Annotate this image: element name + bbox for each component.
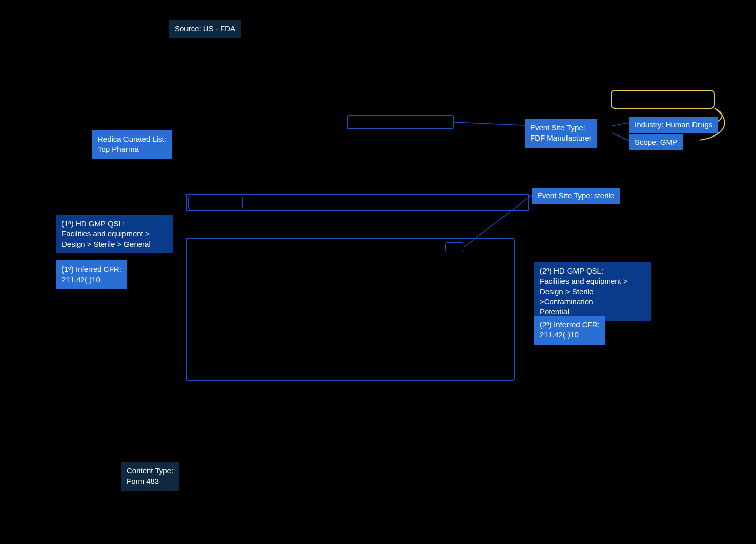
hollow-inner-left bbox=[188, 196, 243, 209]
source-tag: Source: US - FDA bbox=[169, 20, 241, 38]
cfr-secondary-label: (2º) Inferred CFR:211.42( )10 bbox=[540, 320, 600, 339]
hollow-yellow-box bbox=[611, 90, 715, 109]
industry-tag: Industry: Human Drugs bbox=[629, 117, 718, 133]
scope-tag: Scope: GMP bbox=[629, 134, 683, 150]
event-site-fdf-tag: Event Site Type:FDF Manufacturer bbox=[525, 119, 597, 148]
qsl-secondary-tag: (2º) HD GMP QSL:Facilities and equipment… bbox=[534, 262, 651, 321]
content-type-label: Content Type:Form 483 bbox=[127, 466, 173, 485]
event-site-sterile-label: Event Site Type: sterile bbox=[537, 191, 614, 200]
event-site-sterile-tag: Event Site Type: sterile bbox=[532, 188, 620, 204]
qsl-primary-tag: (1º) HD GMP QSL:Facilities and equipment… bbox=[56, 215, 173, 253]
cfr-secondary-tag: (2º) Inferred CFR:211.42( )10 bbox=[534, 316, 605, 345]
hollow-big-box bbox=[186, 238, 515, 381]
hollow-inner-small bbox=[445, 242, 464, 252]
svg-line-0 bbox=[454, 122, 525, 125]
redica-curated-tag: Redica Curated List:Top Pharma bbox=[92, 130, 172, 159]
scope-label: Scope: GMP bbox=[635, 138, 677, 146]
qsl-primary-label: (1º) HD GMP QSL:Facilities and equipment… bbox=[61, 219, 151, 248]
hollow-top-box bbox=[347, 115, 454, 129]
industry-label: Industry: Human Drugs bbox=[635, 120, 712, 129]
source-label: Source: US - FDA bbox=[175, 24, 235, 33]
cfr-primary-tag: (1º) Inferred CFR:211.42( )10 bbox=[56, 260, 127, 289]
cfr-primary-label: (1º) Inferred CFR:211.42( )10 bbox=[61, 265, 121, 284]
svg-line-2 bbox=[612, 133, 629, 141]
svg-line-1 bbox=[612, 123, 629, 126]
qsl-secondary-label: (2º) HD GMP QSL:Facilities and equipment… bbox=[540, 266, 628, 316]
event-site-fdf-label: Event Site Type:FDF Manufacturer bbox=[530, 123, 592, 142]
content-type-tag: Content Type:Form 483 bbox=[121, 462, 179, 491]
redica-label: Redica Curated List:Top Pharma bbox=[98, 134, 166, 153]
